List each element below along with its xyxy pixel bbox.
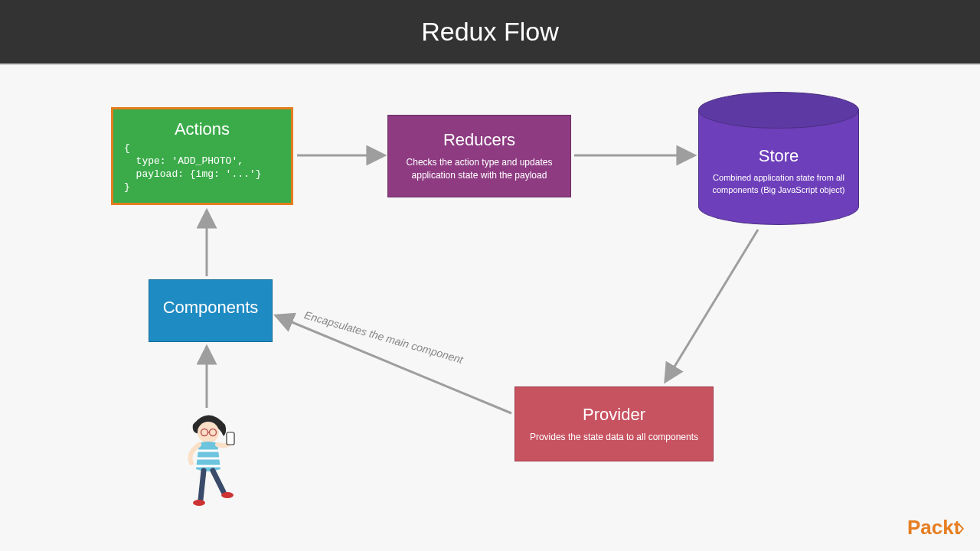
packt-logo: Packt› <box>907 516 965 540</box>
svg-rect-13 <box>227 432 234 445</box>
edge-label-provider-components: Encapsulates the main component <box>303 308 465 366</box>
node-store: Store Combined application state from al… <box>698 92 859 226</box>
logo-suffix: › <box>958 516 965 539</box>
node-actions-title: Actions <box>124 119 280 139</box>
node-actions-code: { type: 'ADD_PHOTO', payload: {img: '...… <box>124 142 280 194</box>
node-reducers: Reducers Checks the action type and upda… <box>387 115 571 197</box>
svg-line-2 <box>666 230 758 380</box>
header-bar: Redux Flow <box>0 0 980 65</box>
node-provider: Provider Provides the state data to all … <box>514 386 714 461</box>
diagram-canvas: Actions { type: 'ADD_PHOTO', payload: {i… <box>0 65 980 547</box>
logo-text: Packt <box>907 516 960 539</box>
svg-line-3 <box>277 316 511 413</box>
node-provider-title: Provider <box>526 405 702 425</box>
node-components: Components <box>149 279 273 342</box>
user-avatar-icon <box>170 409 247 509</box>
svg-point-15 <box>221 492 234 498</box>
node-provider-sub: Provides the state data to all component… <box>526 431 702 444</box>
svg-point-14 <box>193 500 205 506</box>
node-store-sub: Combined application state from all comp… <box>708 172 849 196</box>
page-title: Redux Flow <box>421 17 559 46</box>
node-store-title: Store <box>708 146 849 166</box>
node-actions: Actions { type: 'ADD_PHOTO', payload: {i… <box>111 107 293 205</box>
node-reducers-title: Reducers <box>399 130 560 150</box>
node-reducers-sub: Checks the action type and updates appli… <box>399 156 560 182</box>
store-cylinder-top <box>698 92 859 129</box>
node-components-title: Components <box>160 298 261 318</box>
